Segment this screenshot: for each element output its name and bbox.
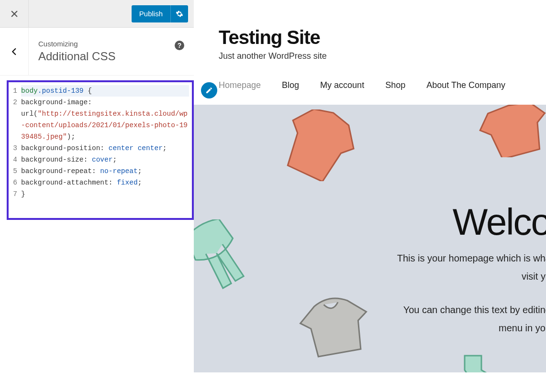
code-lines[interactable]: body.postid-139 {background-image: url("… — [18, 82, 192, 218]
site-header: Testing Site Just another WordPress site — [194, 0, 546, 61]
publish-settings-button[interactable] — [170, 5, 188, 22]
pencil-icon — [205, 87, 213, 94]
help-button[interactable]: ? — [175, 41, 184, 50]
illustration-hoodie — [294, 296, 376, 358]
nav-link[interactable]: Shop — [385, 80, 405, 90]
site-title[interactable]: Testing Site — [219, 27, 546, 48]
css-editor[interactable]: 1234567 body.postid-139 {background-imag… — [7, 80, 194, 220]
code-line[interactable]: background-repeat: no-repeat; — [21, 165, 189, 177]
code-line[interactable]: background-position: center center; — [21, 142, 189, 154]
illustration-shirt-2 — [479, 105, 546, 157]
hero-heading: Welco — [453, 200, 546, 244]
code-line[interactable]: background-attachment: fixed; — [21, 177, 189, 188]
customizer-topbar: Publish — [0, 0, 194, 28]
publish-button[interactable]: Publish — [132, 5, 188, 22]
customizer-sidebar: Publish Customizing Additional CSS ? 123… — [0, 0, 194, 392]
site-preview: Testing Site Just another WordPress site… — [194, 0, 546, 392]
hero-section: Welco This is your homepage which is wha… — [194, 105, 546, 372]
section-header: Customizing Additional CSS ? — [0, 28, 194, 76]
line-gutter: 1234567 — [9, 82, 18, 218]
close-icon — [10, 10, 19, 18]
customizing-label: Customizing — [38, 40, 189, 48]
hero-text-3: You can change this text by editing — [403, 305, 546, 316]
primary-nav: HomepageBlogMy accountShopAbout The Comp… — [194, 61, 546, 105]
illustration-shirt — [280, 109, 357, 181]
illustration-pants — [194, 219, 246, 291]
nav-link[interactable]: My account — [320, 80, 364, 90]
publish-label: Publish — [132, 10, 170, 18]
nav-link[interactable]: Homepage — [219, 80, 261, 90]
hero-text-1: This is your homepage which is wha — [397, 253, 546, 264]
hero-text-4: menu in you — [499, 323, 546, 334]
hero-text-2: visit yo — [522, 271, 546, 282]
nav-link[interactable]: About The Company — [426, 80, 505, 90]
close-button[interactable] — [0, 0, 29, 27]
nav-link[interactable]: Blog — [282, 80, 299, 90]
section-title: Additional CSS — [38, 50, 189, 63]
illustration-sock — [455, 353, 498, 372]
gear-icon — [176, 10, 183, 18]
edit-shortcut-button[interactable] — [201, 82, 217, 98]
code-line[interactable]: background-size: cover; — [21, 154, 189, 165]
code-line[interactable]: } — [21, 188, 189, 200]
code-line[interactable]: body.postid-139 { — [21, 85, 189, 97]
site-tagline: Just another WordPress site — [219, 51, 546, 61]
chevron-left-icon — [10, 47, 19, 56]
back-button[interactable] — [0, 28, 29, 75]
code-line[interactable]: background-image: url("http://testingsit… — [21, 97, 189, 142]
